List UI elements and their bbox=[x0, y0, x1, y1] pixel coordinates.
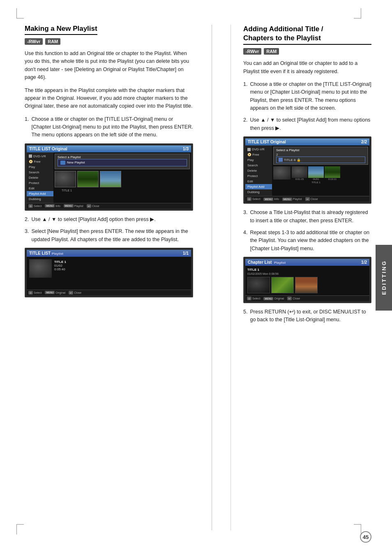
r-thumb-time2: 01/01 bbox=[308, 178, 324, 180]
left-ui2-thumb-area: TITLE 1 01/02 0:05:40 bbox=[29, 259, 189, 278]
left-sidebar-play[interactable]: Play bbox=[27, 164, 53, 170]
right-column: Adding Additional Title /Chapters to the… bbox=[231, 25, 371, 530]
r-thumb-3: 0:13:11 bbox=[325, 166, 340, 180]
left-ui2-content: TITLE 1 01/02 0:05:40 bbox=[27, 257, 191, 290]
r-ui2-thumb-1 bbox=[247, 277, 270, 293]
right-sidebar-search[interactable]: Search bbox=[245, 163, 272, 168]
right-ui1-content: DVD-VR 📀 Free Play Search Delete Protect… bbox=[245, 145, 369, 196]
corner-line-bl-h bbox=[16, 524, 24, 525]
right-step-3-text: Choose a Title List-Playlist that is alr… bbox=[250, 209, 371, 225]
right-ui1-count-row: 2 bbox=[276, 153, 365, 157]
left-ui1-title-sub: Original bbox=[52, 147, 67, 151]
r-ui2-thumb-flowers bbox=[295, 277, 318, 293]
right-ui2-titlebar: Chapter List Playlist 1/2 bbox=[245, 259, 369, 266]
column-separator bbox=[212, 25, 212, 530]
left-ui2-date: 01/02 bbox=[54, 264, 66, 267]
right-ui1-label-wrap: TITLE LIST Original bbox=[248, 140, 286, 144]
right-step-1-text: Choose a title or chapter on the [TITLE … bbox=[250, 81, 371, 113]
left-badge-row: -RWvr RAM bbox=[25, 38, 193, 45]
right-screenshot-2: Chapter List Playlist 1/2 TITLE 1 01/02/… bbox=[243, 257, 371, 303]
right-ui1-thumb-main bbox=[273, 166, 291, 180]
r-dvdvr-icon bbox=[247, 148, 251, 151]
badge-rwvr-text-left: -RWvr bbox=[27, 39, 40, 44]
right-popup-label: Select a Playlist bbox=[276, 148, 365, 152]
thumb-sky-1 bbox=[100, 171, 121, 187]
page-number: 45 bbox=[360, 531, 371, 543]
r-thumb-2: 01/01 bbox=[308, 166, 324, 180]
r-thumb-sky bbox=[308, 166, 324, 178]
right-sidebar-dubbing[interactable]: Dubbing bbox=[245, 189, 272, 195]
right-ui2-title-name: TITLE 1 bbox=[247, 268, 367, 272]
corner-line-tr bbox=[361, 8, 361, 18]
corner-line-tl bbox=[16, 8, 17, 18]
left-ui2-page-num: 1/1 bbox=[183, 251, 189, 256]
corner-line-tl-h bbox=[16, 18, 24, 18]
left-thumb-1 bbox=[55, 171, 76, 187]
main-columns: Making a New Playlist -RWvr RAM Use this… bbox=[25, 25, 371, 530]
right-ui1-thumbs: 0:01:15 01/01 0:13:11 bbox=[273, 166, 368, 184]
right-intro: You can add an Original title or chapter… bbox=[243, 60, 371, 76]
page: Making a New Playlist -RWvr RAM Use this… bbox=[0, 0, 392, 555]
right-ui2-btn-original: MENU Original bbox=[263, 297, 284, 300]
right-ui1-main: Select a Playlist 2 TITLE 8 🔒 bbox=[272, 145, 369, 196]
left-ui2-sub: Playlist bbox=[52, 252, 63, 256]
left-sidebar-dubbing[interactable]: Dubbing bbox=[27, 196, 53, 202]
badge-ram-text-right: RAM bbox=[266, 49, 277, 54]
left-ui2-time: 0:05:40 bbox=[54, 267, 66, 271]
left-ui1-select-popup: New Playlist bbox=[58, 159, 187, 166]
right-ui1-popup: Select a Playlist 2 TITLE 8 🔒 bbox=[273, 147, 368, 165]
right-ui2-content: TITLE 1 01/02/2005 Mon 0:08:56 bbox=[245, 266, 369, 295]
r-thumb-time3: 0:13:11 bbox=[325, 178, 340, 180]
thumb-dark-1 bbox=[55, 171, 76, 187]
badge-ram-text-left: RAM bbox=[48, 39, 58, 44]
left-ui1-title-label: TITLE LIST bbox=[29, 147, 51, 151]
badge-ram-left: RAM bbox=[45, 38, 60, 45]
right-ui1-lock-icon: 🔒 bbox=[297, 158, 301, 162]
left-step-1-text: Choose a title or chapter on the [TITLE … bbox=[31, 115, 193, 139]
right-btn-playlist: MENU Playlist bbox=[282, 198, 302, 201]
right-ui2-datetime: 01/02/2005 Mon 0:08:56 bbox=[247, 272, 367, 275]
r-ui2-thumb-dark bbox=[247, 277, 270, 293]
r-ui2-thumb-3 bbox=[295, 277, 318, 293]
left-screenshot-2: TITLE LIST Playlist 1/1 TITLE 1 01/02 0:… bbox=[25, 248, 193, 297]
left-btn-info: MENU Info bbox=[45, 204, 60, 207]
left-sidebar-protect[interactable]: Protect bbox=[27, 180, 53, 186]
left-sidebar-edit[interactable]: Edit bbox=[27, 186, 53, 191]
r-thumb-1: 0:01:15 bbox=[292, 166, 307, 180]
left-ui1-thumb-labels: TITLE 1 bbox=[55, 188, 190, 193]
right-sidebar-edit[interactable]: Edit bbox=[245, 179, 272, 184]
right-sidebar-protect[interactable]: Protect bbox=[245, 173, 272, 179]
right-sidebar-play[interactable]: Play bbox=[245, 157, 272, 163]
left-sidebar-search[interactable]: Search bbox=[27, 170, 53, 175]
right-sidebar-delete[interactable]: Delete bbox=[245, 168, 272, 173]
left-ui1-bottombar: ⊙ Select MENU Info MENU Playlist ↩ Close bbox=[27, 203, 191, 209]
left-intro2: The title appears in the Playlist comple… bbox=[25, 87, 193, 111]
right-ui2-thumbs bbox=[247, 277, 367, 293]
right-step-5: 5. Press RETURN (↩) to exit, or DISC MEN… bbox=[243, 308, 371, 324]
left-sidebar-playlist-add[interactable]: Playlist Add bbox=[27, 191, 53, 196]
badge-ram-right: RAM bbox=[264, 48, 279, 55]
right-sidebar-playlist-add[interactable]: Playlist Add bbox=[245, 184, 272, 189]
left-sidebar-delete[interactable]: Delete bbox=[27, 175, 53, 180]
right-steps: 1. Choose a title or chapter on the [TIT… bbox=[243, 81, 371, 132]
right-badge-row: -RWvr RAM bbox=[243, 48, 371, 55]
left-btn-playlist: MENU Playlist bbox=[64, 204, 83, 207]
r-thumb-dark2 bbox=[292, 166, 307, 178]
r-ui2-thumb-nature bbox=[271, 277, 294, 293]
corner-line-bl bbox=[16, 524, 17, 534]
editing-label: EDITTING bbox=[381, 260, 387, 295]
r-thumb-forest bbox=[325, 166, 340, 178]
left-ui2-title-entry: TITLE 1 bbox=[54, 260, 66, 264]
right-count-num: 2 bbox=[276, 153, 278, 157]
right-ui2-bottombar: ⊙ Select MENU Original ↩ Close bbox=[245, 295, 369, 301]
left-step-1: 1. Choose a title or chapter on the [TIT… bbox=[25, 115, 193, 139]
left-section-title: Making a New Playlist bbox=[25, 25, 97, 35]
right-steps-3: 5. Press RETURN (↩) to exit, or DISC MEN… bbox=[243, 308, 371, 324]
right-ui1-label: TITLE LIST bbox=[248, 140, 269, 144]
right-step-2: 2. Use ▲ / ▼ to select [Playlist Add] fr… bbox=[243, 116, 371, 132]
te-icon-right bbox=[279, 158, 283, 162]
badge-rwvr-right: -RWvr bbox=[243, 48, 261, 55]
left-ui2-label: TITLE LIST bbox=[29, 251, 51, 256]
left-step-3-text: Select [New Playlist] then press ENTER. … bbox=[31, 228, 193, 244]
right-ui2-btn-select: ⊙ Select bbox=[247, 297, 260, 300]
